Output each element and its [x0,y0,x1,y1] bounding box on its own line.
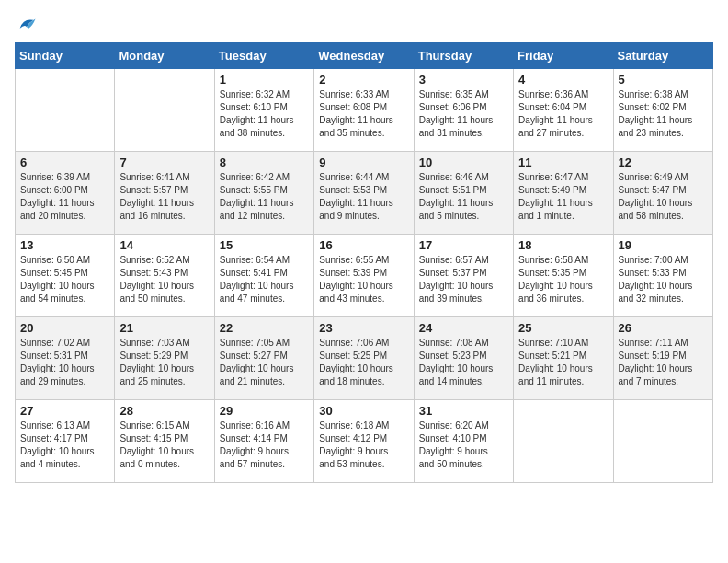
day-info: Sunrise: 6:36 AM Sunset: 6:04 PM Dayligh… [518,88,608,140]
weekday-header: Thursday [414,43,513,69]
day-number: 6 [20,155,109,169]
calendar-cell: 15Sunrise: 6:54 AM Sunset: 5:41 PM Dayli… [214,235,313,317]
calendar-week-row: 1Sunrise: 6:32 AM Sunset: 6:10 PM Daylig… [16,69,713,152]
calendar-cell: 31Sunrise: 6:20 AM Sunset: 4:10 PM Dayli… [414,400,513,483]
calendar-header-row: SundayMondayTuesdayWednesdayThursdayFrid… [16,43,713,69]
day-number: 16 [319,238,408,252]
day-number: 27 [20,404,109,418]
day-info: Sunrise: 6:46 AM Sunset: 5:51 PM Dayligh… [419,171,508,223]
calendar-cell: 24Sunrise: 7:08 AM Sunset: 5:23 PM Dayli… [414,317,513,400]
calendar-cell [514,400,613,483]
calendar-cell: 3Sunrise: 6:35 AM Sunset: 6:06 PM Daylig… [414,69,513,152]
calendar-week-row: 13Sunrise: 6:50 AM Sunset: 5:45 PM Dayli… [16,235,713,317]
day-number: 20 [20,321,109,335]
calendar-cell: 4Sunrise: 6:36 AM Sunset: 6:04 PM Daylig… [514,69,613,152]
calendar-table: SundayMondayTuesdayWednesdayThursdayFrid… [15,42,713,483]
day-info: Sunrise: 6:55 AM Sunset: 5:39 PM Dayligh… [319,254,408,305]
day-number: 26 [619,321,708,335]
day-number: 22 [220,321,309,335]
day-number: 5 [619,73,708,86]
calendar-cell: 19Sunrise: 7:00 AM Sunset: 5:33 PM Dayli… [613,235,712,317]
weekday-header: Saturday [613,43,712,69]
day-info: Sunrise: 7:03 AM Sunset: 5:29 PM Dayligh… [119,337,209,388]
day-number: 1 [220,73,309,86]
calendar-week-row: 6Sunrise: 6:39 AM Sunset: 6:00 PM Daylig… [16,152,713,235]
day-number: 23 [319,321,408,335]
day-info: Sunrise: 6:35 AM Sunset: 6:06 PM Dayligh… [419,88,508,140]
calendar-cell: 2Sunrise: 6:33 AM Sunset: 6:08 PM Daylig… [314,69,414,152]
day-number: 29 [220,404,309,418]
calendar-cell: 8Sunrise: 6:42 AM Sunset: 5:55 PM Daylig… [214,152,313,235]
weekday-header: Monday [115,43,214,69]
calendar-cell: 10Sunrise: 6:46 AM Sunset: 5:51 PM Dayli… [414,152,513,235]
day-info: Sunrise: 6:54 AM Sunset: 5:41 PM Dayligh… [220,254,309,305]
calendar-cell: 26Sunrise: 7:11 AM Sunset: 5:19 PM Dayli… [613,317,712,400]
day-number: 13 [20,238,109,252]
day-number: 15 [220,238,309,252]
calendar-cell: 20Sunrise: 7:02 AM Sunset: 5:31 PM Dayli… [16,317,115,400]
day-info: Sunrise: 6:49 AM Sunset: 5:47 PM Dayligh… [619,171,708,223]
day-number: 7 [119,155,209,169]
calendar-cell: 9Sunrise: 6:44 AM Sunset: 5:53 PM Daylig… [314,152,414,235]
day-number: 17 [419,238,508,252]
day-info: Sunrise: 7:00 AM Sunset: 5:33 PM Dayligh… [619,254,708,305]
day-info: Sunrise: 6:52 AM Sunset: 5:43 PM Dayligh… [119,254,209,305]
header [15,15,713,35]
weekday-header: Tuesday [214,43,313,69]
day-info: Sunrise: 6:50 AM Sunset: 5:45 PM Dayligh… [20,254,109,305]
day-info: Sunrise: 6:57 AM Sunset: 5:37 PM Dayligh… [419,254,508,305]
calendar-cell: 12Sunrise: 6:49 AM Sunset: 5:47 PM Dayli… [613,152,712,235]
day-number: 2 [319,73,408,86]
calendar-cell: 21Sunrise: 7:03 AM Sunset: 5:29 PM Dayli… [115,317,214,400]
calendar-cell [115,69,214,152]
day-number: 24 [419,321,508,335]
calendar-cell: 22Sunrise: 7:05 AM Sunset: 5:27 PM Dayli… [214,317,313,400]
day-number: 10 [419,155,508,169]
day-number: 19 [619,238,708,252]
day-number: 12 [619,155,708,169]
calendar-cell: 27Sunrise: 6:13 AM Sunset: 4:17 PM Dayli… [16,400,115,483]
day-info: Sunrise: 6:42 AM Sunset: 5:55 PM Dayligh… [220,171,309,223]
calendar-cell: 23Sunrise: 7:06 AM Sunset: 5:25 PM Dayli… [314,317,414,400]
day-info: Sunrise: 7:05 AM Sunset: 5:27 PM Dayligh… [220,337,309,388]
day-info: Sunrise: 7:06 AM Sunset: 5:25 PM Dayligh… [319,337,408,388]
day-number: 21 [119,321,209,335]
calendar-cell: 16Sunrise: 6:55 AM Sunset: 5:39 PM Dayli… [314,235,414,317]
day-number: 3 [419,73,508,86]
day-info: Sunrise: 6:33 AM Sunset: 6:08 PM Dayligh… [319,88,408,140]
day-number: 11 [518,155,608,169]
day-info: Sunrise: 6:38 AM Sunset: 6:02 PM Dayligh… [619,88,708,140]
calendar-cell: 29Sunrise: 6:16 AM Sunset: 4:14 PM Dayli… [214,400,313,483]
day-number: 31 [419,404,508,418]
calendar-week-row: 27Sunrise: 6:13 AM Sunset: 4:17 PM Dayli… [16,400,713,483]
logo [15,15,37,35]
day-info: Sunrise: 6:41 AM Sunset: 5:57 PM Dayligh… [119,171,209,223]
logo-bird-icon [17,15,37,35]
weekday-header: Friday [514,43,613,69]
calendar-cell: 13Sunrise: 6:50 AM Sunset: 5:45 PM Dayli… [16,235,115,317]
day-info: Sunrise: 6:16 AM Sunset: 4:14 PM Dayligh… [220,419,309,471]
day-info: Sunrise: 6:39 AM Sunset: 6:00 PM Dayligh… [20,171,109,223]
day-info: Sunrise: 7:02 AM Sunset: 5:31 PM Dayligh… [20,337,109,388]
calendar-cell: 5Sunrise: 6:38 AM Sunset: 6:02 PM Daylig… [613,69,712,152]
calendar-week-row: 20Sunrise: 7:02 AM Sunset: 5:31 PM Dayli… [16,317,713,400]
calendar-cell: 6Sunrise: 6:39 AM Sunset: 6:00 PM Daylig… [16,152,115,235]
calendar-cell: 18Sunrise: 6:58 AM Sunset: 5:35 PM Dayli… [514,235,613,317]
day-info: Sunrise: 6:15 AM Sunset: 4:15 PM Dayligh… [119,419,209,471]
day-info: Sunrise: 6:47 AM Sunset: 5:49 PM Dayligh… [518,171,608,223]
day-info: Sunrise: 7:10 AM Sunset: 5:21 PM Dayligh… [518,337,608,388]
calendar-cell: 11Sunrise: 6:47 AM Sunset: 5:49 PM Dayli… [514,152,613,235]
day-number: 4 [518,73,608,86]
day-number: 14 [119,238,209,252]
day-number: 30 [319,404,408,418]
day-number: 18 [518,238,608,252]
day-info: Sunrise: 7:11 AM Sunset: 5:19 PM Dayligh… [619,337,708,388]
calendar-cell [16,69,115,152]
calendar-cell: 30Sunrise: 6:18 AM Sunset: 4:12 PM Dayli… [314,400,414,483]
day-number: 28 [119,404,209,418]
day-info: Sunrise: 6:20 AM Sunset: 4:10 PM Dayligh… [419,419,508,471]
calendar-cell [613,400,712,483]
calendar-cell: 17Sunrise: 6:57 AM Sunset: 5:37 PM Dayli… [414,235,513,317]
day-number: 9 [319,155,408,169]
calendar-cell: 14Sunrise: 6:52 AM Sunset: 5:43 PM Dayli… [115,235,214,317]
